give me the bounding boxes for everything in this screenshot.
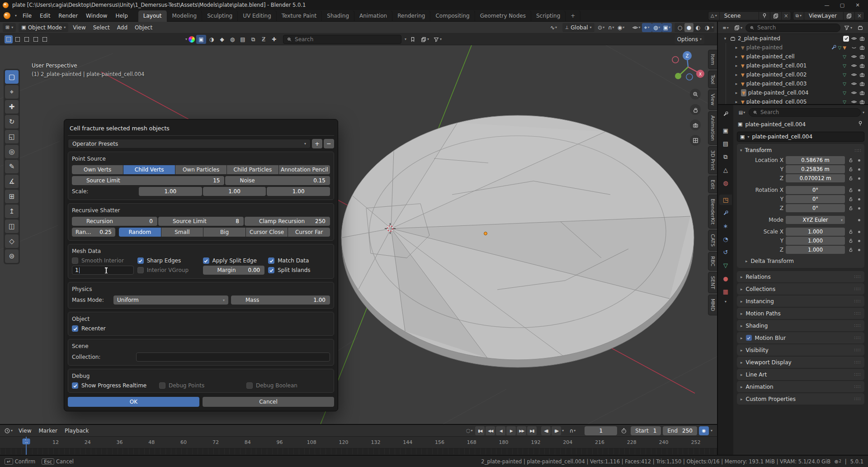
recursion-source-limit-slider[interactable]: Source Limit8: [158, 217, 244, 226]
workspace-tab-modeling[interactable]: Modeling: [167, 10, 203, 22]
animate-dot-icon[interactable]: [858, 249, 860, 251]
operator-presets-dropdown[interactable]: Operator Presets▾: [68, 139, 311, 148]
panel-collections[interactable]: ▸Collections∷∷: [737, 283, 864, 295]
collection-input[interactable]: [136, 353, 330, 362]
jump-to-start-button[interactable]: ▮◀: [475, 426, 485, 435]
animate-dot-icon[interactable]: [858, 207, 860, 210]
workspace-tab-scripting[interactable]: Scripting: [531, 10, 566, 22]
outliner-item-plate-painted-cell-003[interactable]: ▸▼plate-painted_cell.003▽: [718, 79, 868, 88]
add-cube-tool[interactable]: ⊞: [5, 190, 19, 203]
chevron-down-icon[interactable]: ▾: [185, 37, 187, 41]
recursion-source-cursor-far[interactable]: Cursor Far: [288, 228, 330, 237]
remove-preset-button[interactable]: −: [324, 139, 334, 148]
frame-tick-168[interactable]: 168: [467, 439, 476, 445]
solid-shading-icon[interactable]: ●: [684, 23, 693, 32]
sidebar-tab-sent[interactable]: SENT: [708, 272, 717, 293]
material-preview-icon[interactable]: ◐: [693, 23, 703, 32]
options-dropdown[interactable]: Options▾: [675, 35, 704, 44]
chevron-down-icon[interactable]: ▾: [725, 300, 726, 304]
camera-icon[interactable]: [859, 35, 865, 42]
tab-tool[interactable]: [719, 109, 732, 119]
zoom-icon[interactable]: [690, 89, 701, 100]
lock-open-icon[interactable]: [848, 238, 854, 243]
eye-icon[interactable]: [851, 71, 857, 78]
hand-filter-icon[interactable]: ✚: [269, 35, 279, 44]
select-invert-icon[interactable]: [32, 35, 40, 43]
camera-view-icon[interactable]: [690, 119, 701, 130]
eye-closed-icon[interactable]: [851, 44, 857, 51]
outliner-item-plate-painted[interactable]: ▸▼plate-painted▽▼: [718, 43, 868, 52]
panel-animation[interactable]: ▸Animation∷∷: [737, 381, 864, 392]
transform-value-field[interactable]: 0.070012 m: [786, 174, 845, 182]
match-data-checkbox[interactable]: Match Data: [268, 257, 330, 264]
blender-menu-icon[interactable]: [4, 12, 10, 19]
tab-particles[interactable]: ∗: [719, 221, 732, 231]
frame-tick-120[interactable]: 120: [339, 439, 349, 445]
view-layer-icon[interactable]: ⧉▾: [793, 12, 804, 20]
outliner-item-plate-painted-cell-005[interactable]: ▸▼plate-painted_cell.005▽: [718, 97, 868, 104]
frame-tick-240[interactable]: 240: [659, 439, 669, 445]
debug-boolean-checkbox[interactable]: Debug Boolean: [246, 382, 330, 389]
overlays-icon[interactable]: ◍▾: [652, 23, 662, 32]
timeline-channels[interactable]: [0, 448, 717, 454]
camera-icon[interactable]: [859, 99, 865, 104]
sidebar-tab-tool[interactable]: Tool: [708, 71, 717, 88]
outliner-display-mode-icon[interactable]: ▾: [732, 23, 744, 32]
frame-tick-144[interactable]: 144: [403, 439, 412, 445]
disclosure-icon[interactable]: ▾: [722, 36, 728, 41]
frame-tick-228[interactable]: 228: [627, 439, 637, 445]
panel-motion-paths[interactable]: ▸Motion Paths∷∷: [737, 308, 864, 319]
camera-icon[interactable]: [859, 44, 865, 51]
presets-copy-icon[interactable]: ▾: [419, 35, 430, 44]
measure-tool[interactable]: ∡: [5, 175, 19, 188]
scale-field-1[interactable]: 1.00: [203, 187, 266, 196]
loop-cut-tool[interactable]: ⊜: [5, 249, 19, 263]
wireframe-shading-icon[interactable]: ○: [675, 23, 684, 32]
transform-value-field[interactable]: 0°: [786, 186, 845, 194]
lock-open-icon[interactable]: [848, 196, 854, 202]
recenter-checkbox[interactable]: Recenter: [72, 325, 330, 332]
brush-filter-icon[interactable]: ▤: [238, 35, 248, 44]
recursion-slider[interactable]: Recursion0: [72, 217, 157, 226]
close-button[interactable]: ✕: [850, 0, 865, 10]
scale-field-0[interactable]: 1.00: [139, 187, 202, 196]
frame-tick-72[interactable]: 72: [212, 439, 219, 445]
snap-magnet-icon[interactable]: ∩▾: [567, 426, 577, 435]
select-box-tool[interactable]: ▢: [5, 70, 19, 84]
filter-icon[interactable]: ▾: [432, 35, 443, 44]
select-subtract-icon[interactable]: [23, 35, 31, 43]
point-source-own-particles[interactable]: Own Particles: [175, 165, 226, 174]
new-scene-icon[interactable]: [770, 12, 781, 20]
disclosure-icon[interactable]: ▸: [734, 100, 739, 104]
tab-scene[interactable]: △: [719, 165, 732, 175]
transform-value-field[interactable]: 0.58676 m: [786, 156, 845, 164]
pan-hand-icon[interactable]: [690, 104, 701, 115]
viewport-menu-select[interactable]: Select: [90, 24, 113, 31]
next-keyframe-button[interactable]: ▶▶: [517, 426, 526, 435]
editor-type-button[interactable]: ⊞▾: [3, 23, 16, 32]
camera-icon[interactable]: [859, 71, 865, 78]
interior-vgroup-checkbox[interactable]: Interior VGroup: [137, 267, 199, 273]
recursion-source-cursor-close[interactable]: Cursor Close: [246, 228, 288, 237]
tab-texture[interactable]: ▦: [719, 286, 732, 297]
prev-frame-button[interactable]: ◀▮: [541, 426, 551, 435]
cancel-button[interactable]: Cancel: [203, 397, 334, 407]
falloff-dropdown-icon[interactable]: ∿▾: [549, 23, 559, 32]
noise-slider[interactable]: Noise 0.15: [225, 176, 330, 185]
gizmos-icon[interactable]: ⌖▾: [642, 23, 652, 32]
proportional-editing-icon[interactable]: ◉▾: [616, 23, 626, 32]
world-filter-icon[interactable]: ◍: [227, 35, 237, 44]
delta-transform-panel[interactable]: ▸ Delta Transform: [740, 258, 861, 264]
panel-visibility[interactable]: ▸Visibility∷∷: [737, 344, 864, 356]
frame-tick-252[interactable]: 252: [691, 439, 700, 445]
bookmark-icon[interactable]: [408, 35, 418, 44]
viewport-menu-add[interactable]: Add: [113, 24, 131, 31]
auto-keying-icon[interactable]: ◌▾: [464, 426, 474, 435]
instance-filter-icon[interactable]: ⧉: [248, 35, 258, 44]
panel-motion-blur[interactable]: ▸Motion Blur∷∷: [737, 332, 864, 343]
transform-value-field[interactable]: 1.000: [786, 228, 845, 236]
workspace-tab-uv-editing[interactable]: UV Editing: [238, 10, 277, 22]
clamp-recursion-slider[interactable]: Clamp Recursion250: [245, 217, 330, 226]
disclosure-icon[interactable]: ▸: [734, 45, 739, 50]
eye-icon[interactable]: [851, 62, 857, 69]
